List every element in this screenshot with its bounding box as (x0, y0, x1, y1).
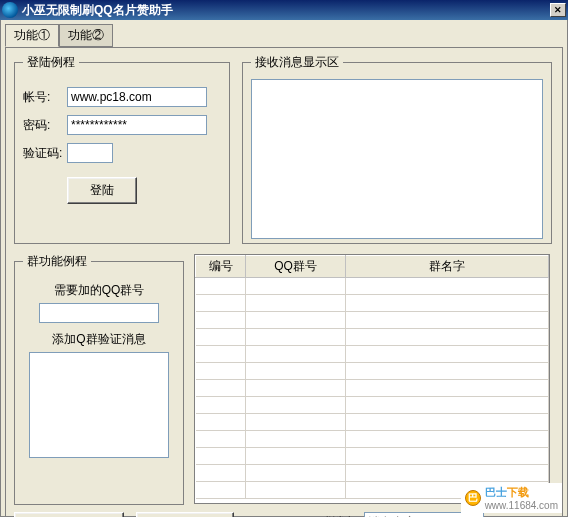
watermark-brand1: 巴士 (485, 486, 507, 498)
close-icon[interactable]: ✕ (550, 3, 566, 17)
table-row[interactable] (196, 431, 549, 448)
cell (246, 329, 346, 346)
cell (346, 380, 549, 397)
tab-func2[interactable]: 功能② (59, 24, 113, 47)
table-row[interactable] (196, 295, 549, 312)
table-row[interactable] (196, 397, 549, 414)
watermark: 巴 巴士下载 www.11684.com (461, 483, 562, 513)
qqgroup-input[interactable] (39, 303, 159, 323)
verify-textarea[interactable] (29, 352, 169, 458)
app-icon (2, 2, 18, 18)
add-group-button[interactable]: 点击加指定群 (14, 512, 124, 517)
account-label: 帐号: (23, 89, 67, 106)
col-id[interactable]: 编号 (196, 256, 246, 278)
cell (346, 295, 549, 312)
msg-textarea[interactable] (251, 79, 543, 239)
window-title: 小巫无限制刷QQ名片赞助手 (22, 2, 550, 19)
cell (246, 380, 346, 397)
group-fieldset: 群功能例程 需要加的QQ群号 添加Q群验证消息 (14, 253, 184, 505)
tabstrip: 功能① 功能② (5, 24, 563, 47)
verify-label: 添加Q群验证消息 (23, 331, 175, 348)
table-row[interactable] (196, 448, 549, 465)
titlebar: 小巫无限制刷QQ名片赞助手 ✕ (0, 0, 568, 20)
cell (196, 329, 246, 346)
cell (196, 431, 246, 448)
captcha-label: 验证码: (23, 145, 67, 162)
cell (346, 465, 549, 482)
watermark-brand2: 下载 (507, 486, 529, 498)
cell (246, 431, 346, 448)
login-legend: 登陆例程 (23, 54, 79, 71)
table-row[interactable] (196, 329, 549, 346)
table-row[interactable] (196, 312, 549, 329)
tab-panel: 登陆例程 帐号: 密码: 验证码: 登陆 接收消息显示区 群功能例程 需要加的Q… (5, 47, 563, 517)
cell (246, 482, 346, 499)
cell (246, 465, 346, 482)
cell (246, 414, 346, 431)
watermark-logo-icon: 巴 (465, 490, 481, 506)
table-row[interactable] (196, 380, 549, 397)
cell (346, 414, 549, 431)
captcha-input[interactable] (67, 143, 113, 163)
col-name[interactable]: 群名字 (346, 256, 549, 278)
tab-func1[interactable]: 功能① (5, 24, 59, 47)
cell (196, 380, 246, 397)
col-qq[interactable]: QQ群号 (246, 256, 346, 278)
cell (346, 431, 549, 448)
cell (346, 312, 549, 329)
table-row[interactable] (196, 414, 549, 431)
msg-fieldset: 接收消息显示区 (242, 54, 552, 244)
password-label: 密码: (23, 117, 67, 134)
group-table[interactable]: 编号 QQ群号 群名字 (194, 254, 550, 504)
table-row[interactable] (196, 363, 549, 380)
cell (196, 363, 246, 380)
cell (246, 397, 346, 414)
cell (346, 363, 549, 380)
msg-legend: 接收消息显示区 (251, 54, 343, 71)
group-legend: 群功能例程 (23, 253, 91, 270)
qmsg-label: Q群消息: (311, 514, 360, 518)
cell (346, 278, 549, 295)
cell (246, 312, 346, 329)
cell (196, 346, 246, 363)
get-list-button[interactable]: 获取群列表 (136, 512, 234, 517)
table-row[interactable] (196, 278, 549, 295)
client-area: 功能① 功能② 登陆例程 帐号: 密码: 验证码: 登陆 接收消息显示区 群 (0, 20, 568, 517)
cell (196, 295, 246, 312)
cell (196, 312, 246, 329)
cell (346, 346, 549, 363)
cell (246, 363, 346, 380)
cell (346, 329, 549, 346)
watermark-url: www.11684.com (485, 500, 558, 511)
table-row[interactable] (196, 465, 549, 482)
need-add-label: 需要加的QQ群号 (23, 282, 175, 299)
cell (196, 397, 246, 414)
table-row[interactable] (196, 346, 549, 363)
cell (196, 278, 246, 295)
cell (196, 465, 246, 482)
cell (246, 448, 346, 465)
cell (246, 346, 346, 363)
cell (346, 397, 549, 414)
cell (196, 448, 246, 465)
cell (246, 295, 346, 312)
login-button[interactable]: 登陆 (67, 177, 137, 204)
login-fieldset: 登陆例程 帐号: 密码: 验证码: 登陆 (14, 54, 230, 244)
account-input[interactable] (67, 87, 207, 107)
cell (346, 448, 549, 465)
cell (196, 482, 246, 499)
password-input[interactable] (67, 115, 207, 135)
table-header-row: 编号 QQ群号 群名字 (196, 256, 549, 278)
cell (246, 278, 346, 295)
cell (196, 414, 246, 431)
